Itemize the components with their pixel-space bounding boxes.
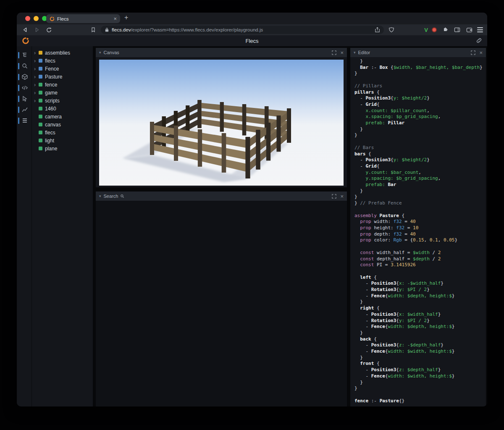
code-line (354, 268, 486, 275)
code-line: prefab: Pillar (354, 120, 486, 126)
tree-item-game[interactable]: ›game (32, 89, 93, 97)
window-minimize-button[interactable] (34, 16, 39, 21)
sidebar-entities-button[interactable] (17, 71, 32, 82)
editor-code[interactable]: } Bar :- Box {$width, $bar_height, $bar_… (350, 57, 486, 406)
chart-icon (21, 106, 28, 113)
share-link-icon[interactable] (476, 37, 482, 44)
menu-button[interactable] (477, 27, 483, 32)
code-line: prop depth: f32 = 40 (354, 231, 486, 238)
close-panel-icon[interactable]: × (340, 194, 344, 199)
entity-color-square (39, 59, 42, 63)
code-line: const PI = 3.1415926 (354, 262, 486, 268)
sidebar-tree-button[interactable] (17, 50, 32, 60)
tree-item-fence[interactable]: ›fence (32, 81, 93, 89)
new-tab-button[interactable]: + (124, 14, 128, 21)
expand-chevron-icon[interactable]: › (34, 98, 39, 103)
brave-shield-button[interactable] (387, 26, 396, 34)
code-line: - Fence{width: $depth, height:$} (354, 324, 486, 330)
bookmark-button[interactable] (89, 26, 97, 34)
sidebar-inspect-button[interactable] (17, 93, 32, 104)
canvas-3d-scene[interactable] (99, 60, 344, 186)
canvas-panel-header[interactable]: ▾ Canvas × (96, 48, 347, 57)
entity-label: light (45, 138, 54, 144)
extension-icon-red[interactable] (432, 27, 437, 32)
collapse-chevron-icon[interactable]: ▾ (99, 50, 101, 55)
tree-item-plane[interactable]: plane (32, 144, 93, 152)
back-button[interactable] (21, 26, 29, 34)
tree-item-light[interactable]: light (32, 136, 93, 144)
entity-label: flecs (45, 58, 55, 64)
code-line: x.spacing: $p_grid_spacing, (354, 114, 486, 120)
code-line: const width_half = $width / 2 (354, 250, 486, 256)
flecs-favicon-icon (50, 16, 55, 21)
expand-chevron-icon[interactable]: › (34, 50, 39, 55)
code-line: } (354, 132, 486, 139)
code-line: - Fence{width: $width, height:$} (354, 373, 486, 380)
close-panel-icon[interactable]: × (479, 50, 483, 55)
code-line: - Fence{width: $depth, height:$} (354, 293, 486, 299)
url-bar[interactable]: flecs.dev/explorer/?wasm=https://www.fle… (101, 26, 384, 34)
expand-chevron-icon[interactable]: › (34, 90, 39, 95)
entity-label: Pasture (45, 74, 62, 80)
sidebar-toggle-button[interactable] (453, 26, 461, 34)
search-panel-body[interactable] (96, 201, 347, 406)
search-panel-header[interactable]: ▾ Search × (96, 191, 347, 201)
code-line: Bar :- Box {$width, $bar_height, $bar_de… (354, 65, 486, 71)
tree-item-Pasture[interactable]: ›Pasture (32, 73, 93, 81)
reload-button[interactable] (45, 26, 53, 34)
code-line (354, 139, 486, 145)
tab-close-icon[interactable]: × (113, 16, 117, 21)
browser-tab[interactable]: Flecs × (46, 14, 120, 23)
entity-color-square (39, 67, 42, 71)
tree-item-assemblies[interactable]: ›assemblies (32, 49, 93, 57)
code-line: - Position3{y: $height/2} (354, 95, 486, 102)
tree-item-Fence[interactable]: ›Fence (32, 65, 93, 73)
wallet-button[interactable] (465, 26, 473, 34)
tree-item-camera[interactable]: camera (32, 113, 93, 121)
tree-item-scripts[interactable]: ›scripts (32, 97, 93, 105)
editor-panel: ▾ Editor × } Bar :- Box {$width, $bar_he… (350, 48, 486, 406)
expand-panel-icon[interactable] (332, 194, 336, 199)
share-button[interactable] (375, 27, 380, 33)
active-indicator (18, 96, 19, 102)
code-line: front { (354, 361, 486, 367)
entity-color-square (39, 83, 42, 87)
close-panel-icon[interactable]: × (340, 50, 344, 55)
app-title: Flecs (17, 38, 487, 44)
forward-button[interactable] (33, 26, 41, 34)
window-close-button[interactable] (25, 16, 30, 21)
tree-item-flecs[interactable]: flecs (32, 128, 93, 136)
expand-chevron-icon[interactable]: › (34, 82, 39, 87)
code-line: y.count: $bar_count, (354, 170, 486, 176)
sidebar-icon-strip (17, 46, 32, 406)
code-line (354, 244, 486, 250)
sidebar-stats-button[interactable] (17, 104, 32, 115)
tree-item-flecs[interactable]: ›flecs (32, 57, 93, 65)
lock-icon[interactable] (105, 27, 109, 32)
code-line: - Position3{z: $depth_half} (354, 367, 486, 373)
extensions-puzzle-button[interactable] (441, 26, 449, 34)
expand-chevron-icon[interactable]: › (34, 58, 39, 63)
panel-title: Search (104, 194, 118, 199)
code-line: const depth_half = $depth / 2 (354, 256, 486, 262)
editor-panel-header[interactable]: ▾ Editor × (350, 48, 486, 57)
expand-panel-icon[interactable] (332, 50, 336, 55)
code-line: - Fence{width: $width, height:$} (354, 349, 486, 355)
sidebar-search-button[interactable] (17, 60, 32, 71)
expand-chevron-icon[interactable]: › (34, 66, 39, 71)
panel-title: Canvas (104, 50, 119, 55)
tree-item-canvas[interactable]: canvas (32, 121, 93, 128)
extension-icon-v[interactable]: V (424, 27, 428, 33)
code-line: // Pillars (354, 83, 486, 89)
expand-chevron-icon[interactable]: › (34, 74, 39, 79)
code-line: prop width: f32 = 40 (354, 219, 486, 225)
tree-item-1460[interactable]: 1460 (32, 105, 93, 113)
expand-panel-icon[interactable] (471, 50, 475, 55)
search-icon (21, 63, 28, 69)
search-icon (120, 194, 124, 198)
sidebar-code-button[interactable] (17, 82, 32, 93)
sidebar-queries-button[interactable] (17, 115, 32, 126)
collapse-chevron-icon[interactable]: ▾ (354, 50, 356, 55)
collapse-chevron-icon[interactable]: ▾ (99, 194, 101, 198)
entity-label: flecs (45, 130, 55, 136)
